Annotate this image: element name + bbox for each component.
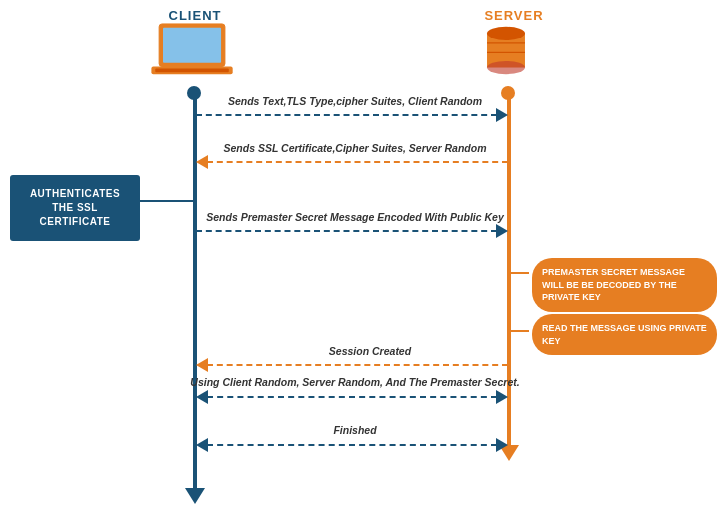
server-label: SERVER (474, 8, 554, 23)
arrow-row-1 (196, 108, 508, 122)
right-box-read: READ THE MESSAGE USING PRIVATE KEY (532, 314, 717, 355)
arrow-label-4: Session Created (290, 345, 450, 357)
right-box-premaster: PREMASTER SECRET MESSAGE WILL BE BE DECO… (532, 258, 717, 312)
right-box-1-connector (511, 272, 529, 274)
right-box-2-connector (511, 330, 529, 332)
client-icon (148, 22, 238, 82)
svg-rect-1 (163, 28, 221, 63)
arrow-row-2 (196, 155, 508, 169)
diagram-container: CLIENT SERVER Sends Text,TLS T (0, 0, 722, 512)
client-label: CLIENT (155, 8, 235, 23)
arrow-row-4 (196, 358, 508, 372)
svg-point-5 (487, 27, 525, 40)
arrow-label-2: Sends SSL Certificate,Cipher Suites, Ser… (210, 142, 500, 154)
client-vertical-line (193, 90, 197, 495)
svg-point-6 (487, 61, 525, 74)
arrow-row-3 (196, 224, 508, 238)
arrow-label-3: Sends Premaster Secret Message Encoded W… (200, 211, 510, 223)
svg-rect-3 (155, 68, 229, 72)
arrow-label-1: Sends Text,TLS Type,cipher Suites, Clien… (220, 95, 490, 107)
arrow-row-6 (196, 438, 508, 452)
arrow-label-6: Finished (290, 424, 420, 436)
arrow-label-5: Using Client Random, Server Random, And … (190, 376, 520, 388)
server-icon (476, 22, 536, 77)
auth-box: AUTHENTICATES THE SSL CERTIFICATE (10, 175, 140, 241)
auth-connector (140, 200, 193, 202)
arrow-row-5 (196, 390, 508, 404)
client-arrow-down (185, 488, 205, 504)
